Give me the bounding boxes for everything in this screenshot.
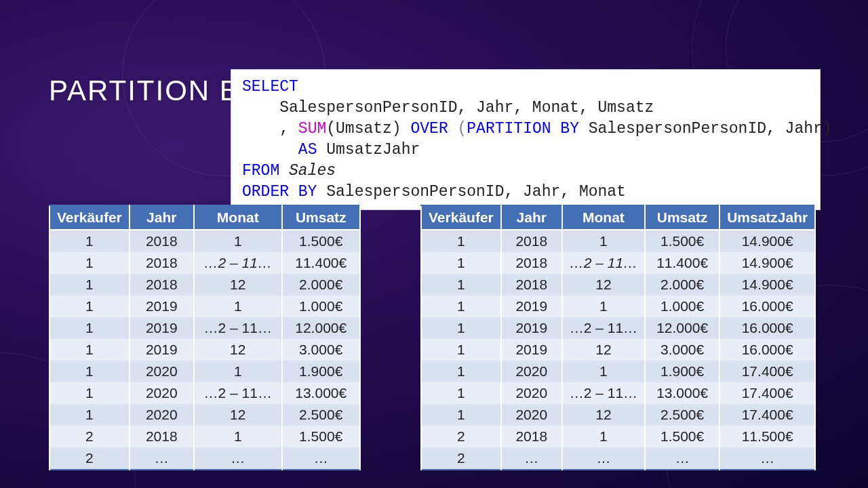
- sql-keyword-order-by: ORDER BY: [242, 183, 317, 201]
- sql-table-name: Sales: [279, 162, 336, 180]
- table-header-row: VerkäuferJahrMonatUmsatzUmsatzJahr: [421, 205, 815, 230]
- sql-paren: (: [448, 120, 467, 138]
- table-row: 12019…2 – 11…12.000€: [50, 317, 360, 339]
- table-cell: …2 – 11…: [562, 252, 645, 274]
- table-cell: 2: [50, 447, 130, 470]
- table-cell: 1: [421, 296, 501, 317]
- table-cell: 1: [421, 230, 501, 252]
- table-header-cell: Verkäufer: [421, 205, 501, 230]
- sql-text: SalespersonPersonID, Jahr): [579, 120, 832, 138]
- table-cell: 2019: [130, 296, 194, 317]
- table-cell: …: [282, 447, 360, 470]
- table-cell: 2018: [130, 426, 194, 447]
- table-cell: 1: [50, 339, 130, 361]
- table-row: 12018122.000€: [50, 274, 360, 296]
- sql-text: (Umsatz): [326, 120, 410, 138]
- table-cell: 11.500€: [719, 426, 815, 447]
- table-cell: 2018: [501, 274, 562, 296]
- table-cell: 2019: [130, 339, 194, 361]
- table-cell: 1: [562, 426, 645, 447]
- table-cell: 1.500€: [645, 230, 719, 252]
- table-cell: …: [719, 447, 815, 470]
- table-row: 12019123.000€16.000€: [421, 339, 815, 361]
- sql-function-sum: SUM: [298, 120, 326, 138]
- table-cell: 2.000€: [282, 274, 360, 296]
- input-data-table: VerkäuferJahrMonatUmsatz 1201811.500€120…: [49, 205, 361, 470]
- table-cell: …: [645, 447, 719, 470]
- table-cell: 2019: [130, 317, 194, 339]
- table-header-cell: Monat: [562, 205, 645, 230]
- table-cell: 3.000€: [282, 339, 360, 361]
- sql-keyword-as: AS: [298, 141, 317, 159]
- table-row: 12018122.000€14.900€: [421, 274, 815, 296]
- table-cell: 13.000€: [645, 382, 719, 404]
- table-cell: 11.400€: [282, 252, 360, 274]
- table-header-cell: Jahr: [501, 205, 562, 230]
- table-cell: 2.500€: [282, 404, 360, 426]
- table-cell: 17.400€: [719, 361, 815, 382]
- table-cell: 1: [50, 296, 130, 317]
- table-cell: 2020: [130, 361, 194, 382]
- table-cell: …: [130, 447, 194, 470]
- table-row: 1201911.000€16.000€: [421, 296, 815, 317]
- table-row: 12020122.500€17.400€: [421, 404, 815, 426]
- table-cell: 1: [421, 404, 501, 426]
- table-header-cell: Umsatz: [282, 205, 360, 230]
- table-row: 2…………: [421, 447, 815, 470]
- table-cell: …: [194, 447, 282, 470]
- table-cell: 1.500€: [645, 426, 719, 447]
- table-cell: …2 – 11…: [194, 317, 282, 339]
- table-cell: 17.400€: [719, 404, 815, 426]
- table-cell: 16.000€: [719, 339, 815, 361]
- table-cell: 1: [562, 230, 645, 252]
- table-header-cell: UmsatzJahr: [719, 205, 815, 230]
- table-cell: 14.900€: [719, 252, 815, 274]
- table-cell: 2019: [501, 296, 562, 317]
- table-cell: …2 – 11…: [194, 252, 282, 274]
- table-row: 12020…2 – 11…13.000€17.400€: [421, 382, 815, 404]
- table-cell: 2019: [501, 339, 562, 361]
- table-cell: 2018: [501, 230, 562, 252]
- sql-order-columns: SalespersonPersonID, Jahr, Monat: [317, 183, 625, 201]
- sql-select-columns: SalespersonPersonID, Jahr, Monat, Umsatz: [242, 99, 654, 117]
- slide-title: PARTITION BY: [49, 75, 260, 107]
- table-row: 2201811.500€: [50, 426, 360, 447]
- table-cell: 12: [562, 404, 645, 426]
- table-cell: 17.400€: [719, 382, 815, 404]
- table-cell: 1: [421, 361, 501, 382]
- table-row: 2………: [50, 447, 360, 470]
- output-table: VerkäuferJahrMonatUmsatzUmsatzJahr 12018…: [420, 205, 816, 470]
- table-cell: …2 – 11…: [194, 382, 282, 404]
- table-cell: …: [501, 447, 562, 470]
- sql-keyword-from: FROM: [242, 162, 279, 180]
- table-cell: 1: [562, 296, 645, 317]
- table-cell: 1: [50, 230, 130, 252]
- table-cell: 2018: [130, 274, 194, 296]
- table-cell: 2018: [501, 426, 562, 447]
- table-cell: 2019: [501, 317, 562, 339]
- table-cell: 2018: [130, 252, 194, 274]
- input-table: VerkäuferJahrMonatUmsatz 1201811.500€120…: [49, 205, 361, 470]
- sql-keyword-partition-by: PARTITION BY: [467, 120, 579, 138]
- table-row: 12018…2 – 11…11.400€: [50, 252, 360, 274]
- table-cell: 1: [50, 382, 130, 404]
- table-row: 2201811.500€11.500€: [421, 426, 815, 447]
- table-cell: 1: [50, 404, 130, 426]
- table-cell: 12: [194, 339, 282, 361]
- table-cell: …: [562, 447, 645, 470]
- output-data-table: VerkäuferJahrMonatUmsatzUmsatzJahr 12018…: [420, 205, 816, 470]
- table-header-cell: Monat: [194, 205, 282, 230]
- table-cell: 1: [50, 274, 130, 296]
- sql-code: SELECT SalespersonPersonID, Jahr, Monat,…: [231, 69, 821, 210]
- table-cell: 1: [50, 252, 130, 274]
- table-cell: 12: [194, 404, 282, 426]
- table-cell: 14.900€: [719, 274, 815, 296]
- table-row: 12019123.000€: [50, 339, 360, 361]
- sql-keyword-over: OVER: [410, 120, 448, 138]
- table-cell: 2: [421, 447, 501, 470]
- table-cell: 14.900€: [719, 230, 815, 252]
- sql-alias: UmsatzJahr: [317, 141, 420, 159]
- table-cell: 12.000€: [645, 317, 719, 339]
- table-cell: 1.900€: [282, 361, 360, 382]
- table-cell: 2.000€: [645, 274, 719, 296]
